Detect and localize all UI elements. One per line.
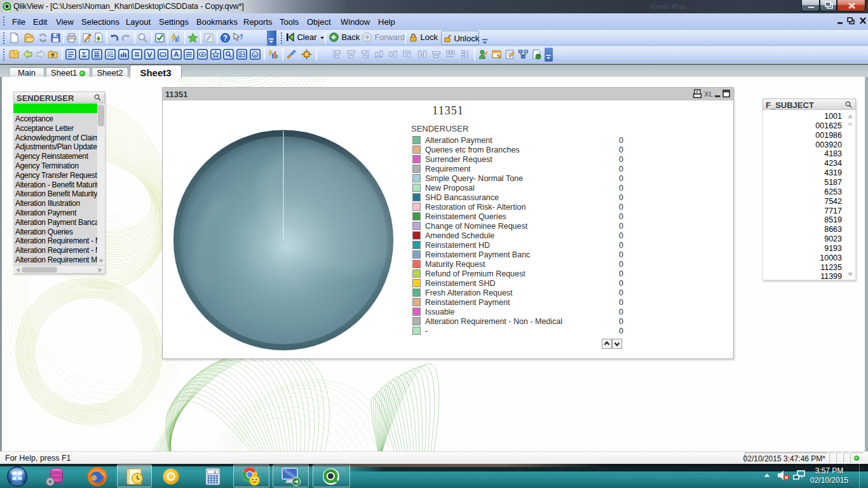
svg-text:0: 0 — [214, 470, 216, 475]
svg-text:?: ? — [223, 34, 227, 43]
svg-text:?: ? — [240, 33, 243, 41]
svg-text:XL: XL — [704, 90, 714, 98]
svg-text:Σ: Σ — [82, 51, 87, 58]
svg-text:A: A — [174, 50, 179, 58]
